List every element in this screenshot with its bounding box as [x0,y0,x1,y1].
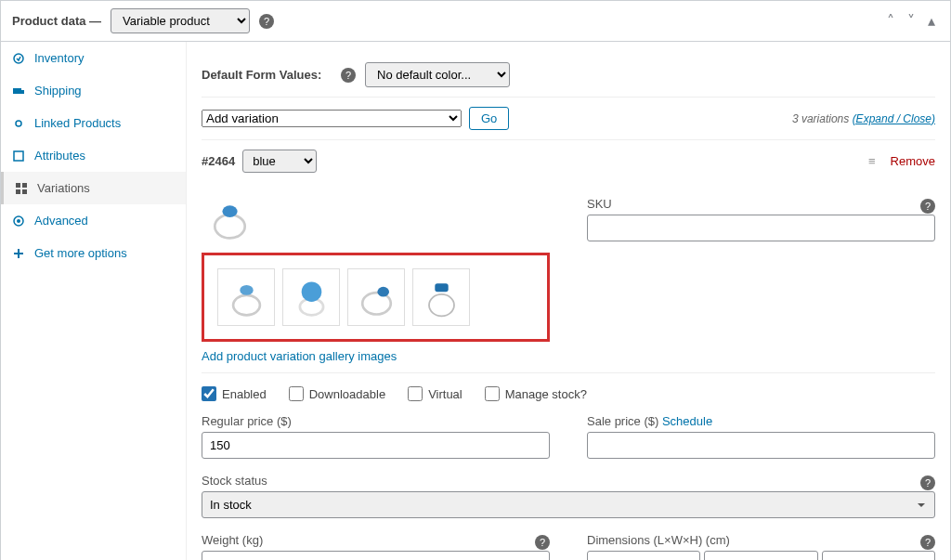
checkbox-row: Enabled Downloadable Virtual Manage stoc… [202,373,935,414]
svg-point-10 [222,205,237,217]
variation-id: #2464 [202,154,235,168]
main-content: Default Form Values: ? No default color.… [187,42,950,560]
expand-close-link[interactable]: (Expand / Close) [853,112,935,125]
sidebar: Inventory Shipping Linked Products Attri… [1,42,187,560]
help-icon[interactable]: ? [259,14,274,29]
variation-main-image[interactable] [202,197,257,243]
variations-count: 3 variations (Expand / Close) [792,112,935,125]
virtual-checkbox[interactable] [408,386,423,401]
stock-status-label: Stock status [202,474,267,488]
sku-input[interactable] [587,215,935,241]
sidebar-item-advanced[interactable]: Advanced [1,204,186,237]
downloadable-checkbox-label[interactable]: Downloadable [289,386,385,401]
width-input[interactable] [704,551,817,560]
product-type-select[interactable]: Variable product [111,8,250,33]
advanced-icon [12,215,27,228]
sale-price-input[interactable] [587,432,935,459]
sidebar-item-label: Shipping [34,84,82,98]
regular-price-input[interactable] [202,432,550,459]
svg-point-12 [240,285,253,295]
svg-rect-4 [22,183,27,188]
sidebar-item-shipping[interactable]: Shipping [1,74,186,107]
weight-label: Weight (kg) [202,533,263,547]
svg-point-11 [233,294,260,315]
panel-collapse-icon[interactable]: ▴ [924,12,939,30]
add-variation-row: Add variation Go 3 variations (Expand / … [202,98,935,139]
height-input[interactable] [822,551,935,560]
more-icon [12,247,27,260]
panel-title: Product data — [12,14,101,28]
linked-icon [12,117,27,130]
svg-point-9 [215,215,244,238]
downloadable-checkbox[interactable] [289,386,304,401]
svg-point-0 [14,54,23,63]
help-icon[interactable]: ? [535,535,550,550]
variation-header: #2464 blue ≡ Remove [202,140,935,182]
sidebar-item-label: Variations [37,181,90,195]
sidebar-item-label: Linked Products [34,116,121,130]
svg-point-8 [17,219,20,223]
sku-label: SKU [587,197,612,211]
manage-stock-checkbox-label[interactable]: Manage stock? [485,386,587,401]
svg-point-16 [377,286,389,296]
svg-rect-5 [16,189,20,194]
default-values-label: Default Form Values: [202,68,332,82]
enabled-checkbox[interactable] [202,386,216,401]
length-input[interactable] [587,551,700,560]
default-values-row: Default Form Values: ? No default color.… [202,53,935,98]
stock-status-select[interactable]: In stock [202,491,935,518]
virtual-checkbox-label[interactable]: Virtual [408,386,462,401]
help-icon[interactable]: ? [920,199,935,214]
add-gallery-link[interactable]: Add product variation gallery images [202,349,397,363]
sidebar-item-label: Inventory [34,51,84,65]
help-icon[interactable]: ? [920,535,935,550]
sidebar-item-variations[interactable]: Variations [1,172,186,204]
variations-icon [15,182,30,195]
manage-stock-checkbox[interactable] [485,386,500,401]
sidebar-item-linked[interactable]: Linked Products [1,107,186,139]
product-data-panel: Product data — Variable product ? ˄ ˅ ▴ … [0,0,951,560]
svg-rect-1 [13,88,21,94]
schedule-link[interactable]: Schedule [662,414,712,428]
gallery-thumb[interactable] [217,268,275,326]
panel-up-icon[interactable]: ˄ [883,12,898,30]
svg-point-14 [301,281,321,302]
help-icon[interactable]: ? [341,68,356,83]
svg-rect-6 [22,189,27,194]
sidebar-item-attributes[interactable]: Attributes [1,139,186,172]
gallery-thumb[interactable] [347,268,405,326]
svg-rect-18 [435,283,448,292]
remove-link[interactable]: Remove [891,154,935,168]
default-color-select[interactable]: No default color... [365,62,510,87]
svg-rect-2 [14,151,23,161]
inventory-icon [12,52,27,65]
sale-price-label: Sale price ($) Schedule [587,414,935,428]
drag-icon[interactable]: ≡ [868,154,876,168]
regular-price-label: Regular price ($) [202,414,550,428]
sidebar-item-label: Get more options [34,246,127,260]
shipping-icon [12,85,27,98]
go-button[interactable]: Go [469,107,509,130]
svg-point-17 [429,293,454,315]
sidebar-item-inventory[interactable]: Inventory [1,42,186,74]
variation-color-select[interactable]: blue [242,150,317,173]
enabled-checkbox-label[interactable]: Enabled [202,386,267,401]
dimensions-label: Dimensions (L×W×H) (cm) [587,533,730,547]
sidebar-item-label: Advanced [34,214,88,228]
weight-input[interactable] [202,551,550,560]
sidebar-item-label: Attributes [34,149,85,163]
gallery-thumb[interactable] [282,268,340,326]
sidebar-item-more[interactable]: Get more options [1,237,186,269]
panel-down-icon[interactable]: ˅ [904,12,918,30]
gallery-thumb[interactable] [412,268,470,326]
add-variation-select[interactable]: Add variation [202,110,462,127]
svg-rect-3 [16,183,20,188]
gallery-box [202,253,550,342]
attributes-icon [12,150,27,163]
panel-header: Product data — Variable product ? ˄ ˅ ▴ [1,1,950,42]
help-icon[interactable]: ? [920,475,935,490]
